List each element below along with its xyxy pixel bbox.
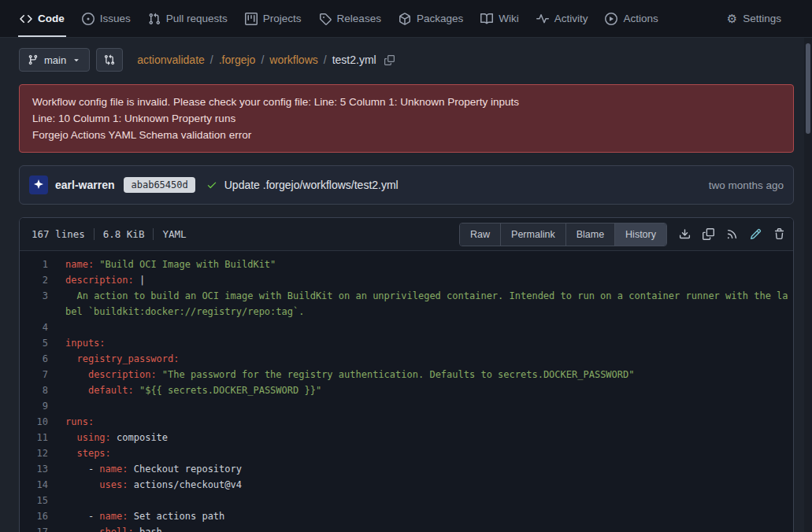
line-number[interactable]: 13 [20,461,48,477]
releases-icon [319,13,332,25]
file-info: 167 lines 6.8 KiB YAML [32,228,187,240]
tab-label: Pull requests [166,13,228,24]
line-number[interactable]: 12 [20,445,48,461]
file-language: YAML [162,228,186,240]
code-line: 12 steps: [20,445,793,461]
code-line: 14 uses: actions/checkout@v4 [20,477,793,493]
copy-icon [384,55,395,65]
commit-message-link[interactable]: Update .forgejo/workflows/test2.yml [224,179,399,191]
copy-content-button[interactable] [703,228,714,240]
breadcrumb-separator: / [210,54,213,66]
line-number[interactable]: 7 [20,367,48,382]
line-number[interactable]: 10 [20,414,48,430]
code-line: 15 [20,493,793,508]
issues-icon [82,13,95,25]
compare-button[interactable] [96,48,123,72]
file-header: 167 lines 6.8 KiB YAML Raw Permalink Bla… [20,218,793,251]
code-line: 1name: "Build OCI Image with BuildKit" [20,257,793,272]
code-text [48,320,793,335]
tab-activity[interactable]: Activity [528,0,597,37]
commit-author-link[interactable]: earl-warren [55,179,114,191]
file-view: 167 lines 6.8 KiB YAML Raw Permalink Bla… [19,217,794,532]
branch-icon [28,54,39,65]
projects-icon [245,13,258,25]
pull-requests-icon [148,13,161,25]
download-icon [679,228,691,240]
line-number[interactable]: 16 [20,508,48,524]
raw-button[interactable]: Raw [460,224,500,246]
history-button[interactable]: History [614,224,666,246]
code-line: 4 [20,320,793,335]
edit-button[interactable] [750,228,762,240]
branch-selector[interactable]: main [19,48,90,72]
tab-issues[interactable]: Issues [73,0,139,37]
tab-pull-requests[interactable]: Pull requests [139,0,236,37]
tab-releases[interactable]: Releases [310,0,390,37]
code-line: 13 - name: Checkout repository [20,461,793,477]
breadcrumb-separator: / [261,54,264,66]
code-text [48,398,793,414]
code-text: inputs: [48,335,793,351]
line-number[interactable]: 17 [20,524,48,532]
permalink-button[interactable]: Permalink [500,224,565,246]
code-viewer: 1name: "Build OCI Image with BuildKit"2d… [20,251,793,532]
code-line: 6 registry_password: [20,351,793,367]
copy-path-button[interactable] [384,55,395,65]
line-number[interactable]: 11 [20,430,48,445]
wiki-icon [480,13,493,25]
line-number[interactable]: 2 [20,272,48,288]
tab-wiki[interactable]: Wiki [472,0,528,37]
line-number[interactable]: 3 [20,288,48,320]
line-number[interactable]: 8 [20,382,48,398]
avatar[interactable] [29,175,48,194]
commit-sha-badge[interactable]: abab65450d [124,177,195,193]
code-text: runs: [48,414,793,430]
tab-label: Projects [263,13,302,24]
view-mode-buttons: Raw Permalink Blame History [459,223,667,246]
packages-icon [399,13,411,25]
commit-bar: earl-warren abab65450d Update .forgejo/w… [19,165,794,205]
git-compare-icon [104,54,115,65]
code-text: default: "${{ secrets.DOCKER_PASSWORD }}… [48,382,793,398]
divider [94,228,95,240]
code-line: 16 - name: Set actions path [20,508,793,524]
scrollbar-thumb[interactable] [806,43,810,134]
rss-icon [726,228,738,240]
tab-label: Releases [337,13,381,24]
line-number[interactable]: 4 [20,320,48,335]
code-text: registry_password: [48,351,793,367]
code-line: 17 shell: bash [20,524,793,532]
breadcrumb-folder-link[interactable]: workflows [269,54,317,66]
tab-code[interactable]: Code [11,0,73,37]
code-text: steps: [48,445,793,461]
rss-feed-button[interactable] [726,228,738,240]
code-text: description: "The password for the regis… [48,367,793,382]
tab-projects[interactable]: Projects [236,0,310,37]
line-number[interactable]: 15 [20,493,48,508]
tab-packages[interactable]: Packages [390,0,472,37]
line-number[interactable]: 5 [20,335,48,351]
branch-name: main [44,54,66,66]
breadcrumb-repo-link[interactable]: actionvalidate [137,54,205,66]
copy-icon [703,228,714,240]
code-text: An action to build an OCI image with Bui… [48,288,793,320]
download-button[interactable] [679,228,691,240]
tab-label: Packages [417,13,463,24]
delete-button[interactable] [773,228,785,240]
code-line: 8 default: "${{ secrets.DOCKER_PASSWORD … [20,382,793,398]
line-number[interactable]: 1 [20,257,48,272]
breadcrumb-folder-link[interactable]: .forgejo [219,54,256,66]
tab-actions[interactable]: Actions [596,0,666,37]
tab-settings[interactable]: ⚙ Settings [718,0,790,37]
tab-label: Code [38,13,65,24]
line-number[interactable]: 9 [20,398,48,414]
activity-icon [536,13,549,25]
file-line-count: 167 lines [32,228,85,240]
line-number[interactable]: 6 [20,351,48,367]
line-number[interactable]: 14 [20,477,48,493]
code-text: name: "Build OCI Image with BuildKit" [48,257,793,272]
error-banner: Workflow config file is invalid. Please … [19,84,794,153]
tab-label: Actions [623,13,658,24]
file-size: 6.8 KiB [103,228,145,240]
blame-button[interactable]: Blame [565,224,614,246]
